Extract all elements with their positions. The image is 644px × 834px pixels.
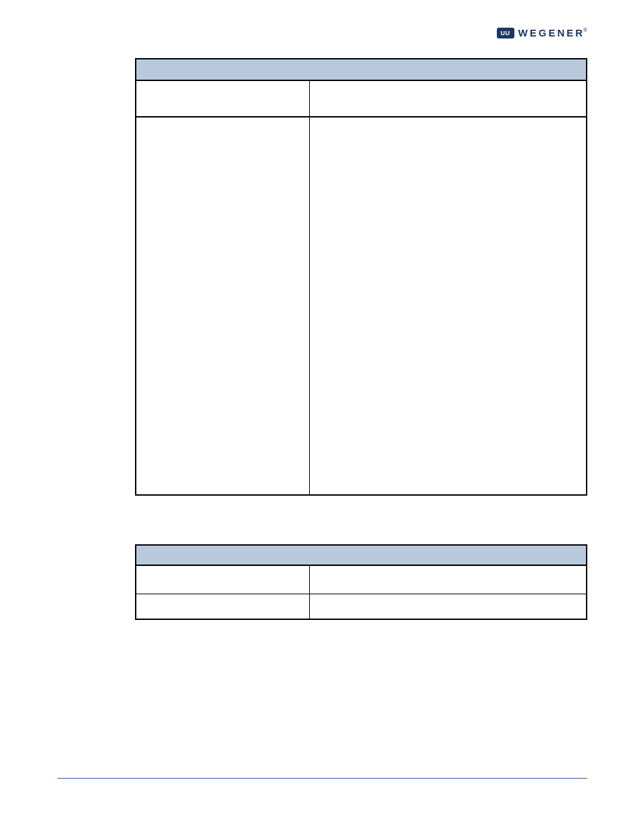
table-2-row-0 (136, 565, 587, 594)
table-2-row-1 (136, 594, 587, 619)
logo-mark-icon: UU (497, 28, 514, 38)
table-1-row-0 (136, 80, 587, 117)
table-2-row-0-left (136, 565, 309, 594)
table-1-header-row (136, 59, 587, 80)
table-2 (135, 544, 587, 620)
table-2-wrap (135, 544, 587, 620)
logo-text: WEGENER (518, 27, 585, 38)
table-2-header-row (136, 545, 587, 565)
footer (57, 778, 587, 779)
wegener-logo: UU WEGENER® (497, 27, 587, 39)
table-1-wrap (135, 58, 587, 496)
table-1-row-1-right (309, 117, 587, 495)
table-1-row-0-right (309, 80, 587, 117)
registered-icon: ® (583, 27, 587, 33)
table-2-header-cell (136, 545, 587, 565)
footer-divider (57, 778, 587, 779)
logo-mark-text: UU (501, 30, 510, 36)
table-2-row-0-right (309, 565, 587, 594)
table-1-row-1 (136, 117, 587, 495)
table-1-row-0-left (136, 80, 309, 117)
table-1-header-cell (136, 59, 587, 80)
table-gap (57, 496, 587, 544)
table-1 (135, 58, 587, 496)
header-logo-row: UU WEGENER® (57, 27, 587, 39)
table-2-row-1-left (136, 594, 309, 619)
table-1-row-1-left (136, 117, 309, 495)
logo-text-wrap: WEGENER® (518, 27, 587, 39)
table-2-row-1-right (309, 594, 587, 619)
